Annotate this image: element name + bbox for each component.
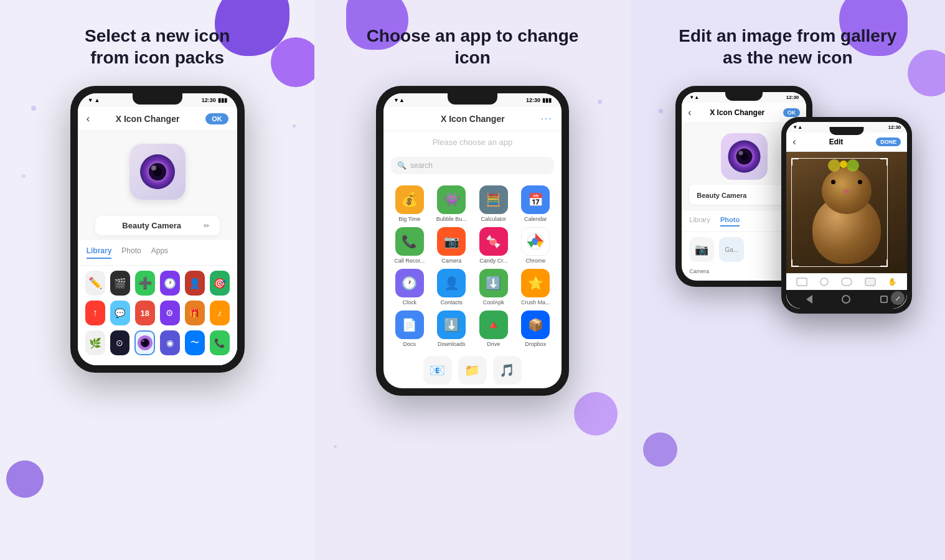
app-item-docs[interactable]: 📄 Docs <box>391 310 428 347</box>
nav-home[interactable] <box>842 295 850 304</box>
grid-icon-wave[interactable]: 〜 <box>185 330 205 355</box>
app-item-calculator[interactable]: 🧮 Calculator <box>475 185 512 222</box>
app-icon-chrome <box>521 227 550 256</box>
app-item-callrecorder[interactable]: 📞 Call Recor... <box>391 227 428 264</box>
panel-1-title: Select a new icon from icon packs <box>66 25 248 68</box>
lib-tab-library[interactable]: Library <box>689 216 710 226</box>
grid-icon-pencil[interactable]: ✏️ <box>85 271 105 296</box>
crop-corner-br <box>880 259 888 267</box>
panel-3-title: Edit an image from gallery as the new ic… <box>657 25 918 68</box>
notch-back <box>725 92 763 101</box>
tab-photo[interactable]: Photo <box>121 246 141 259</box>
app-item-calendar[interactable]: 📅 Calendar <box>517 185 554 222</box>
panel-edit-image: Edit an image from gallery as the new ic… <box>631 0 945 560</box>
app-icon-more-2[interactable]: 📁 <box>458 356 487 385</box>
icon-preview-area <box>78 131 237 216</box>
grid-icon-circle[interactable]: ◉ <box>160 330 180 355</box>
search-input[interactable]: search <box>410 161 433 170</box>
app-item-bigtime[interactable]: 💰 Big Time <box>391 185 428 222</box>
app-item-crushma[interactable]: ⭐ Crush Ma... <box>517 269 554 306</box>
app-label-bubble: Bubble Bu... <box>436 216 467 222</box>
nav-back[interactable] <box>806 295 812 304</box>
lib-tab-photo[interactable]: Photo <box>720 216 740 226</box>
tab-row-1: Library Photo Apps <box>78 240 237 266</box>
grid-icon-music[interactable]: ♪ <box>210 301 230 325</box>
app-item-dropbox[interactable]: 📦 Dropbox <box>517 310 554 347</box>
grid-icon-phone[interactable]: 📞 <box>210 330 230 355</box>
ok-button-1[interactable]: OK <box>205 113 228 124</box>
app-item-bubble[interactable]: 👾 Bubble Bu... <box>433 185 470 222</box>
phone-mockup-1: ▼ ▲ 12:30 ▮▮▮ ‹ X Icon Changer OK <box>70 86 245 373</box>
app-item-coolapk[interactable]: ⬇️ CoolApk <box>475 269 512 306</box>
app-label-bigtime: Big Time <box>398 216 420 222</box>
app-icon-more-3[interactable]: 🎵 <box>493 356 522 385</box>
blob-decoration-2 <box>271 37 314 87</box>
app-item-contacts[interactable]: 👤 Contacts <box>433 269 470 306</box>
app-icon-coolapk: ⬇️ <box>479 269 508 297</box>
search-bar[interactable]: 🔍 search <box>391 157 554 174</box>
grid-icon-person[interactable]: 👤 <box>185 271 205 296</box>
back-button-1[interactable]: ‹ <box>87 113 90 124</box>
shape-hand-icon[interactable]: ✋ <box>888 278 897 286</box>
edit-image-area <box>786 152 907 273</box>
grid-icon-18[interactable]: 18 <box>135 301 155 325</box>
shape-round-rect[interactable] <box>841 278 852 286</box>
svg-point-3 <box>151 166 156 170</box>
search-icon: 🔍 <box>397 161 407 170</box>
app-label-calculator: Calculator <box>481 216 506 222</box>
nav-recents[interactable] <box>880 296 888 303</box>
done-button[interactable]: DONE <box>876 138 901 146</box>
back-btn-edit[interactable]: ‹ <box>792 136 796 147</box>
app-item-camera[interactable]: 📷 Camera <box>433 227 470 264</box>
grid-icon-earth[interactable]: 🌿 <box>85 330 105 355</box>
shape-rect[interactable] <box>796 278 807 286</box>
app-icon-downloads: ⬇️ <box>437 310 466 339</box>
app-icon-crushma: ⭐ <box>521 269 550 297</box>
selected-icon-preview <box>129 144 186 200</box>
app-icon-more-1[interactable]: 📧 <box>423 356 452 385</box>
guinea-pig-bg <box>786 152 907 273</box>
app-icon-bubble: 👾 <box>437 185 466 214</box>
grid-icon-arrow[interactable]: ↑ <box>85 301 105 325</box>
tab-library[interactable]: Library <box>87 246 112 259</box>
app-item-clock[interactable]: 🕐 Clock <box>391 269 428 306</box>
tab-apps[interactable]: Apps <box>151 246 168 259</box>
app-name-field[interactable]: Beauty Camera ✏ <box>95 216 220 235</box>
app-header-2: X Icon Changer ··· <box>383 107 562 131</box>
crop-corner-bl <box>791 259 799 267</box>
app-item-candycrush[interactable]: 🍬 Candy Cr... <box>475 227 512 264</box>
grid-icon-film[interactable]: 🎬 <box>110 271 130 296</box>
icon-grid-container: ✏️ 🎬 ➕ 🕐 👤 🎯 ↑ 💬 18 ⚙ 🎁 ♪ <box>78 266 237 365</box>
grid-icon-gear[interactable]: ⊙ <box>110 330 130 355</box>
grid-icon-settings[interactable]: ⚙ <box>160 301 180 325</box>
shape-custom[interactable] <box>865 278 876 286</box>
lib-icon-camera[interactable]: 📷 <box>689 237 714 262</box>
grid-icon-camera-selected[interactable] <box>134 330 155 355</box>
ok-btn-back[interactable]: OK <box>783 108 801 117</box>
grid-icon-chat[interactable]: 💬 <box>110 301 130 325</box>
app-item-drive[interactable]: 🔺 Drive <box>475 310 512 347</box>
panel-2-title: Choose an app to change icon <box>342 25 603 68</box>
lib-icon-gallery[interactable]: Ga... <box>719 237 744 262</box>
grid-icon-target[interactable]: 🎯 <box>210 271 230 296</box>
grid-icon-plus[interactable]: ➕ <box>135 271 155 296</box>
grid-icon-gift[interactable]: 🎁 <box>185 301 205 325</box>
app-label-clock: Clock <box>402 299 416 306</box>
grid-icon-clock[interactable]: 🕐 <box>160 271 180 296</box>
choose-app-label: Please choose an app <box>383 131 562 151</box>
icon-row-1: ✏️ 🎬 ➕ 🕐 👤 🎯 <box>85 271 230 296</box>
app-label-camera: Camera <box>441 258 461 264</box>
app-item-downloads[interactable]: ⬇️ Downloads <box>433 310 470 347</box>
app-name-text: Beauty Camera <box>105 221 199 230</box>
dot-4 <box>598 100 602 104</box>
blob-2-2 <box>574 392 618 436</box>
phone-front: ▼▲ 12:30 ‹ Edit DONE <box>781 117 912 314</box>
more-options-button[interactable]: ··· <box>541 113 553 124</box>
crop-frame[interactable] <box>791 158 888 267</box>
app-name-back-text: Beauty Camera <box>697 192 746 199</box>
back-btn-back[interactable]: ‹ <box>688 107 691 118</box>
app-item-chrome[interactable]: Chrome <box>517 227 554 264</box>
edit-pencil-icon[interactable]: ✏ <box>204 222 210 230</box>
phones-container: ▼▲ 12:30 ‹ X Icon Changer OK <box>675 86 900 447</box>
shape-circle[interactable] <box>820 278 829 286</box>
